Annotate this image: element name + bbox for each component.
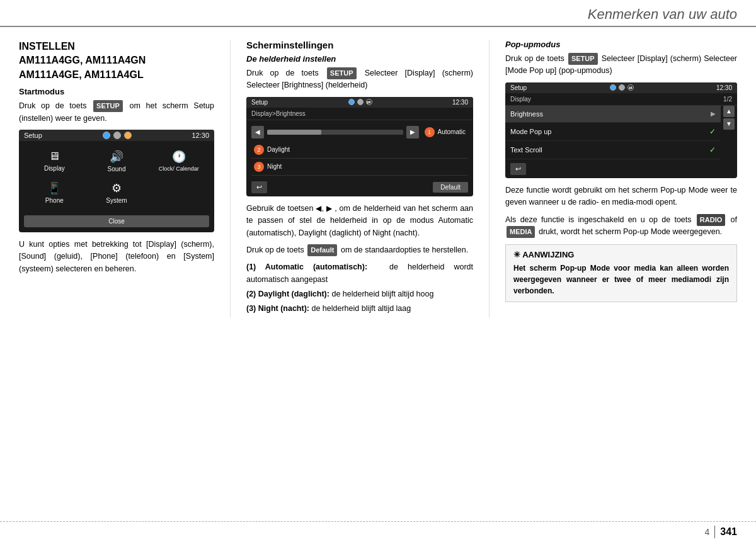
- mid-body-text: Gebruik de toetsen ◀, ▶ , om de helderhe…: [246, 203, 473, 239]
- scroll-buttons: ▲ ▼: [721, 106, 737, 159]
- setup-phone: 📱 Phone: [24, 178, 85, 208]
- topbar-icons: [103, 132, 132, 139]
- footer-page: 4: [705, 527, 710, 537]
- circle-2: 2: [254, 145, 264, 155]
- right-column: Pop-upmodus Druk op de toets SETUP Selec…: [505, 40, 737, 318]
- main-content: INSTELLEN AM111A4GG, AM111A4GN AM111A4GE…: [0, 27, 756, 330]
- circle-3: 3: [254, 162, 264, 172]
- option-label: 1 Automatic: [425, 127, 466, 137]
- mode-popup-menu-item[interactable]: Mode Pop up ✓: [505, 123, 721, 141]
- brightness-options: ◀ ▶ 1 Automatic 2 Daylight: [246, 120, 473, 178]
- brightness-slider[interactable]: [267, 130, 403, 135]
- list-3: (3) Night (nacht): de helderheid blijft …: [246, 303, 473, 315]
- sound-icon: 🔊: [110, 150, 123, 164]
- startmodus-text: Druk op de toets SETUP om het scherm Set…: [19, 100, 214, 125]
- system-icon: ⚙: [112, 181, 122, 195]
- signal-icon: [357, 99, 364, 105]
- right-body-2: Als deze functie is ingeschakeld en u op…: [505, 214, 737, 239]
- setup-display: 🖥 Display: [24, 146, 85, 176]
- popup-title: Pop-upmodus: [505, 40, 737, 49]
- back-button[interactable]: ↩: [251, 181, 267, 193]
- display-menu-row: Brightness ▶ Mode Pop up ✓ Text Scroll ✓…: [505, 106, 737, 159]
- scroll-down-btn[interactable]: ▼: [723, 118, 735, 130]
- brightness-breadcrumb: Display>Brightness: [246, 108, 473, 120]
- night-label: 3 Night: [254, 162, 466, 172]
- default-button[interactable]: Default: [433, 182, 468, 193]
- arrows-icon-r: ⇄: [627, 84, 634, 91]
- header-title: Kenmerken van uw auto: [588, 6, 737, 23]
- notice-title: ✳ AANWIJZING: [513, 250, 729, 259]
- daylight-label: 2 Daylight: [254, 145, 466, 155]
- page-header: Kenmerken van uw auto: [0, 0, 756, 27]
- checkmark-icon-2: ✓: [709, 145, 716, 154]
- setup-sound: 🔊 Sound: [86, 146, 147, 176]
- left-column: INSTELLEN AM111A4GG, AM111A4GN AM111A4GE…: [19, 40, 214, 318]
- setup-grid: 🖥 Display 🔊 Sound 🕐 Clock/ Calendar 📱 Ph…: [19, 141, 214, 213]
- helderheid-subtitle: De helderheid instellen: [246, 54, 473, 64]
- startmodus-title: Startmodus: [19, 87, 214, 96]
- col-divider-2: [489, 40, 490, 318]
- circle-1: 1: [425, 127, 435, 137]
- media-badge: MEDIA: [507, 226, 535, 238]
- list-2: (2) Daylight (daglicht): de helderheid b…: [246, 288, 473, 300]
- list-items: (1) Automatic (automatisch): de helderhe…: [246, 261, 473, 315]
- arrow-right-btn[interactable]: ▶: [406, 126, 419, 138]
- brightness-screen: Setup ⇄ 12:30 Display>Brightness ◀ ▶: [246, 97, 473, 196]
- signal-icon-r: [619, 84, 625, 91]
- slider-row: ◀ ▶ 1 Automatic: [251, 123, 468, 142]
- footer-page-num: 341: [720, 526, 737, 538]
- signal-icon: [113, 132, 121, 139]
- arrow-icons: ◀, ▶: [316, 204, 335, 213]
- scroll-up-btn[interactable]: ▲: [723, 106, 735, 117]
- bt-icon-r: [610, 84, 616, 91]
- display-icon: 🖥: [49, 150, 60, 163]
- radio-badge: RADIO: [697, 214, 725, 226]
- clock-icon: 🕐: [172, 150, 186, 164]
- mid-intro: Druk op de toets SETUP Selecteer [Displa…: [246, 67, 473, 92]
- night-option[interactable]: 3 Night: [251, 159, 468, 176]
- slider-fill: [267, 130, 321, 135]
- notice-box: ✳ AANWIJZING Het scherm Pop-up Mode voor…: [505, 244, 737, 302]
- daylight-option[interactable]: 2 Daylight: [251, 142, 468, 159]
- arrow-left-btn[interactable]: ◀: [251, 126, 264, 138]
- music-icon: [124, 132, 132, 139]
- setup-badge-mid: SETUP: [327, 67, 357, 79]
- brightness-bottom: ↩ Default: [246, 178, 473, 196]
- screen-topbar: Setup 12:30: [19, 130, 214, 141]
- arrow-icon: ▶: [711, 110, 716, 117]
- popup-intro: Druk op de toets SETUP Selecteer [Displa…: [505, 53, 737, 77]
- display-header: Display 1/2: [505, 93, 737, 106]
- bluetooth-icon: [103, 132, 110, 139]
- arrows-icon: ⇄: [366, 99, 372, 105]
- bt-icon: [348, 99, 355, 105]
- brightness-menu-item[interactable]: Brightness ▶: [505, 106, 721, 123]
- left-title: INSTELLEN AM111A4GG, AM111A4GN AM111A4GE…: [19, 40, 214, 82]
- default-badge: Default: [307, 244, 337, 256]
- display-back-row: ↩: [505, 159, 737, 178]
- setup-badge: SETUP: [93, 100, 123, 112]
- close-button[interactable]: Close: [24, 215, 209, 227]
- col-divider-1: [230, 40, 231, 318]
- setup-badge-right: SETUP: [568, 53, 598, 65]
- display-topbar: Setup ⇄ 12:30: [505, 82, 737, 93]
- scherminstellingen-title: Scherminstellingen: [246, 40, 473, 50]
- page-footer: 4 341: [0, 521, 756, 542]
- checkmark-icon: ✓: [709, 127, 716, 136]
- display-topbar-icons: ⇄: [610, 84, 634, 91]
- display-back-button[interactable]: ↩: [510, 163, 526, 175]
- right-body-1: Deze functie wordt gebruikt om het scher…: [505, 184, 737, 209]
- display-menu-items: Brightness ▶ Mode Pop up ✓ Text Scroll ✓: [505, 106, 721, 159]
- setup-system: ⚙ System: [86, 178, 147, 208]
- notice-text: Het scherm Pop-up Mode voor media kan al…: [513, 263, 729, 296]
- brightness-topbar-icons: ⇄: [348, 99, 372, 105]
- brightness-topbar: Setup ⇄ 12:30: [246, 97, 473, 108]
- left-caption: U kunt opties met betrekking tot [Displa…: [19, 239, 214, 275]
- setup-clock: 🕐 Clock/ Calendar: [148, 146, 209, 176]
- mid-column: Scherminstellingen De helderheid instell…: [246, 40, 473, 318]
- footer-divider: [714, 526, 715, 538]
- text-scroll-menu-item[interactable]: Text Scroll ✓: [505, 141, 721, 159]
- setup-main-screen: Setup 12:30 🖥 Display 🔊 Sound: [19, 130, 214, 232]
- list-1: (1) Automatic (automatisch): de helderhe…: [246, 261, 473, 286]
- automatic-option[interactable]: 1 Automatic: [422, 126, 468, 138]
- display-screen: Setup ⇄ 12:30 Display 1/2 Brightness ▶: [505, 82, 737, 178]
